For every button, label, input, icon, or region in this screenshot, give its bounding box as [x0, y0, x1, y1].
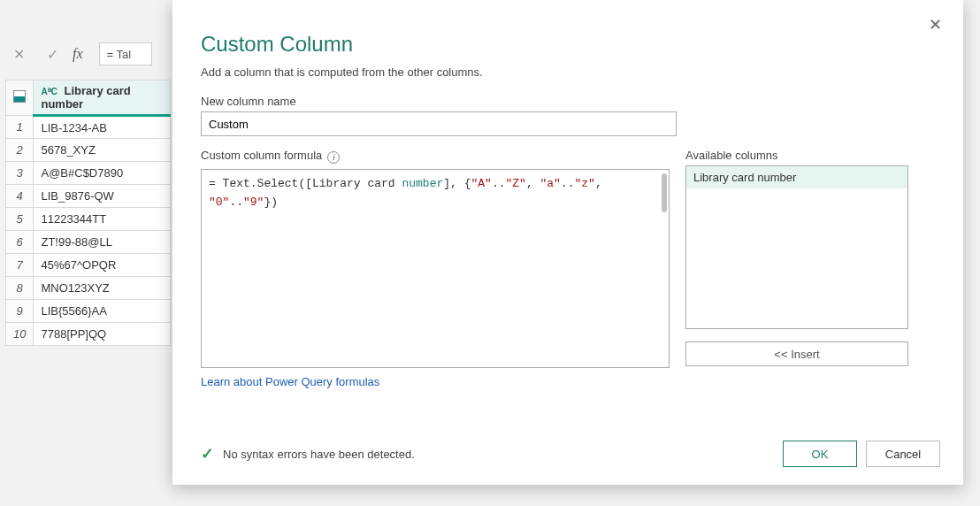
row-number: 9: [6, 300, 34, 323]
cell-value[interactable]: LIB_9876-QW: [34, 185, 171, 208]
dialog-title: Custom Column: [201, 32, 940, 57]
cell-value[interactable]: ZT!99-88@LL: [34, 231, 171, 254]
scrollbar-thumb[interactable]: [662, 173, 667, 212]
table-row[interactable]: 8MNO123XYZ: [6, 277, 171, 300]
cancel-button[interactable]: Cancel: [866, 441, 940, 467]
row-number: 1: [6, 116, 34, 139]
table-row[interactable]: 511223344TT: [6, 208, 171, 231]
ok-button[interactable]: OK: [783, 441, 857, 467]
cell-value[interactable]: A@B#C$D7890: [34, 162, 171, 185]
formula-token: number: [402, 177, 443, 190]
table-row[interactable]: 6ZT!99-88@LL: [6, 231, 171, 254]
table-row[interactable]: 3A@B#C$D7890: [6, 162, 171, 185]
row-number: 8: [6, 277, 34, 300]
table-options-icon[interactable]: [6, 80, 34, 116]
cell-value[interactable]: 11223344TT: [34, 208, 171, 231]
new-column-name-label: New column name: [201, 95, 940, 108]
custom-column-dialog: ✕ Custom Column Add a column that is com…: [172, 0, 963, 485]
formula-token: "9": [243, 196, 264, 209]
available-column-item[interactable]: Library card number: [686, 166, 907, 188]
table-row[interactable]: 4LIB_9876-QW: [6, 185, 171, 208]
available-columns-list[interactable]: Library card number: [685, 165, 908, 329]
commit-formula-icon[interactable]: ✓: [39, 41, 65, 67]
formula-bar: ✕ ✓ fx = Tal: [5, 39, 152, 69]
formula-token: = Text.Select(: [209, 177, 305, 190]
text-type-icon: AᴮC: [41, 87, 57, 96]
row-number: 6: [6, 231, 34, 254]
table-row[interactable]: 745%67^OPQR: [6, 254, 171, 277]
formula-token: "A": [471, 177, 491, 190]
custom-column-formula-label: Custom column formula: [201, 149, 322, 162]
formula-token: }): [264, 196, 278, 209]
info-icon[interactable]: i: [327, 151, 340, 164]
row-number: 4: [6, 185, 34, 208]
cancel-formula-icon[interactable]: ✕: [5, 41, 32, 67]
formula-token: "0": [209, 196, 229, 209]
learn-formulas-link[interactable]: Learn about Power Query formulas: [201, 375, 670, 388]
formula-token: ..: [229, 196, 243, 209]
insert-button[interactable]: << Insert: [685, 341, 908, 366]
formula-token: , {: [450, 177, 471, 190]
row-number: 7: [6, 254, 34, 277]
close-icon[interactable]: ✕: [923, 12, 947, 37]
new-column-name-input[interactable]: [201, 111, 677, 136]
fx-icon[interactable]: fx: [73, 46, 83, 62]
table-row[interactable]: 9LIB{5566}AA: [6, 300, 171, 323]
status-text: No syntax errors have been detected.: [223, 448, 415, 461]
table-row[interactable]: 1LIB-1234-AB: [6, 116, 171, 139]
cell-value[interactable]: MNO123XYZ: [34, 277, 171, 300]
formula-token: ..: [561, 177, 575, 190]
formula-token: [Library card: [305, 177, 402, 190]
row-number: 3: [6, 162, 34, 185]
cell-value[interactable]: 45%67^OPQR: [34, 254, 171, 277]
cell-value[interactable]: LIB-1234-AB: [34, 116, 171, 139]
formula-token: "Z": [505, 177, 525, 190]
cell-value[interactable]: 7788[PP]QQ: [34, 323, 171, 346]
formula-token: ]: [443, 177, 450, 190]
formula-token: "a": [540, 177, 561, 190]
table-row[interactable]: 25678_XYZ: [6, 139, 171, 162]
formula-token: "z": [575, 177, 595, 190]
check-icon: ✓: [201, 444, 214, 464]
row-number: 5: [6, 208, 34, 231]
formula-token: ,: [526, 177, 540, 190]
cell-value[interactable]: 5678_XYZ: [34, 139, 171, 162]
row-number: 2: [6, 139, 34, 162]
formula-token: ..: [492, 177, 506, 190]
status-message: ✓ No syntax errors have been detected.: [201, 444, 415, 464]
formula-bar-input[interactable]: = Tal: [99, 42, 152, 65]
row-number: 10: [6, 323, 34, 346]
available-columns-label: Available columns: [685, 149, 908, 162]
cell-value[interactable]: LIB{5566}AA: [34, 300, 171, 323]
dialog-subtitle: Add a column that is computed from the o…: [201, 65, 940, 79]
column-header[interactable]: AᴮC Library card number: [34, 80, 171, 116]
data-grid[interactable]: AᴮC Library card number 1LIB-1234-AB2567…: [5, 80, 171, 346]
table-row[interactable]: 107788[PP]QQ: [6, 323, 171, 346]
formula-token: ,: [595, 177, 602, 190]
custom-column-formula-input[interactable]: = Text.Select([Library card number], {"A…: [201, 169, 670, 368]
